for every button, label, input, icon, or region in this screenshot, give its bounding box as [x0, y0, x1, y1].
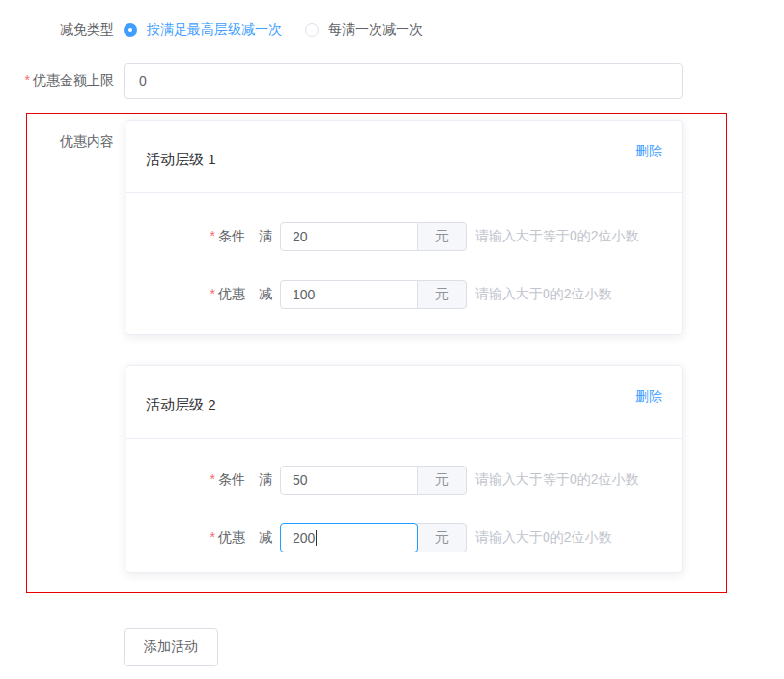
discount-prefix-label: 减: [259, 286, 272, 303]
discount-content-error-box: 优惠内容 活动层级 1 删除 *条件 满 元 请输入大于等于0的2位小数: [26, 113, 727, 593]
discount-input-group: 元: [280, 280, 467, 309]
add-activity-button[interactable]: 添加活动: [124, 628, 218, 666]
discount-row: *优惠 减 元 请输入大于0的2位小数: [146, 280, 662, 309]
required-asterisk: *: [210, 286, 215, 301]
text-cursor: [316, 530, 317, 546]
radio-option-highest-tier[interactable]: 按满足最高层级减一次: [124, 21, 282, 39]
condition-amount-input[interactable]: [280, 466, 418, 495]
tier-card-body: *条件 满 元 请输入大于等于0的2位小数 *优惠 减: [126, 439, 682, 572]
condition-row: *条件 满 元 请输入大于等于0的2位小数: [146, 222, 662, 251]
tier-card-list: 活动层级 1 删除 *条件 满 元 请输入大于等于0的2位小数 *优惠 减: [126, 120, 683, 573]
discount-amount-input-focused[interactable]: [280, 523, 418, 552]
radio-unselected-icon[interactable]: [305, 23, 319, 37]
radio-option-label[interactable]: 每满一次减一次: [328, 21, 423, 39]
required-asterisk: *: [25, 72, 30, 88]
tier-title: 活动层级 1: [146, 151, 216, 169]
condition-input-group: 元: [280, 466, 467, 495]
discount-type-radio-group: 按满足最高层级减一次 每满一次减一次: [124, 21, 423, 39]
tier-card-header: 活动层级 2 删除: [126, 366, 682, 439]
discount-amount-input[interactable]: [280, 280, 418, 309]
unit-yuan-suffix: 元: [417, 280, 467, 309]
discount-cap-input[interactable]: [124, 63, 683, 99]
condition-prefix-label: 满: [259, 471, 272, 489]
radio-selected-icon[interactable]: [124, 23, 137, 37]
required-asterisk: *: [210, 471, 215, 487]
discount-type-row: 减免类型 按满足最高层级减一次 每满一次减一次: [0, 20, 784, 40]
discount-content-label: 优惠内容: [27, 120, 114, 151]
discount-type-label: 减免类型: [0, 21, 114, 39]
condition-row: *条件 满 元 请输入大于等于0的2位小数: [146, 466, 662, 495]
tier-card-1: 活动层级 1 删除 *条件 满 元 请输入大于等于0的2位小数 *优惠 减: [126, 120, 683, 335]
tier-card-header: 活动层级 1 删除: [126, 121, 682, 193]
discount-label: *优惠: [146, 529, 245, 547]
delete-tier-link[interactable]: 删除: [635, 388, 662, 406]
discount-prefix-label: 减: [259, 529, 272, 547]
condition-label: *条件: [146, 471, 245, 489]
delete-tier-link[interactable]: 删除: [635, 143, 662, 160]
tier-title: 活动层级 2: [146, 396, 216, 414]
focused-input-wrap: [280, 523, 418, 552]
tier-card-2: 活动层级 2 删除 *条件 满 元 请输入大于等于0的2位小数 *优惠 减: [126, 365, 683, 573]
discount-cap-row: *优惠金额上限: [0, 63, 784, 99]
discount-label: *优惠: [146, 286, 245, 303]
required-asterisk: *: [210, 529, 215, 545]
radio-option-every-time[interactable]: 每满一次减一次: [305, 21, 423, 39]
input-hint-text: 请输入大于等于0的2位小数: [475, 471, 639, 489]
condition-amount-input[interactable]: [280, 222, 418, 251]
unit-yuan-suffix: 元: [417, 523, 467, 552]
radio-option-label[interactable]: 按满足最高层级减一次: [147, 21, 282, 39]
required-asterisk: *: [210, 228, 215, 243]
condition-label: *条件: [146, 228, 245, 245]
discount-input-group: 元: [280, 523, 467, 552]
input-hint-text: 请输入大于0的2位小数: [475, 286, 612, 303]
condition-prefix-label: 满: [259, 228, 272, 245]
tier-card-body: *条件 满 元 请输入大于等于0的2位小数 *优惠 减 元 请输入大于0的2: [126, 193, 682, 334]
input-hint-text: 请输入大于0的2位小数: [475, 529, 612, 547]
discount-cap-label: *优惠金额上限: [0, 72, 114, 90]
unit-yuan-suffix: 元: [417, 222, 467, 251]
condition-input-group: 元: [280, 222, 467, 251]
discount-row: *优惠 减 元 请输入大于0的2位小数: [146, 523, 662, 552]
input-hint-text: 请输入大于等于0的2位小数: [475, 228, 639, 245]
unit-yuan-suffix: 元: [417, 466, 467, 495]
radio-dot-icon: [128, 28, 132, 32]
